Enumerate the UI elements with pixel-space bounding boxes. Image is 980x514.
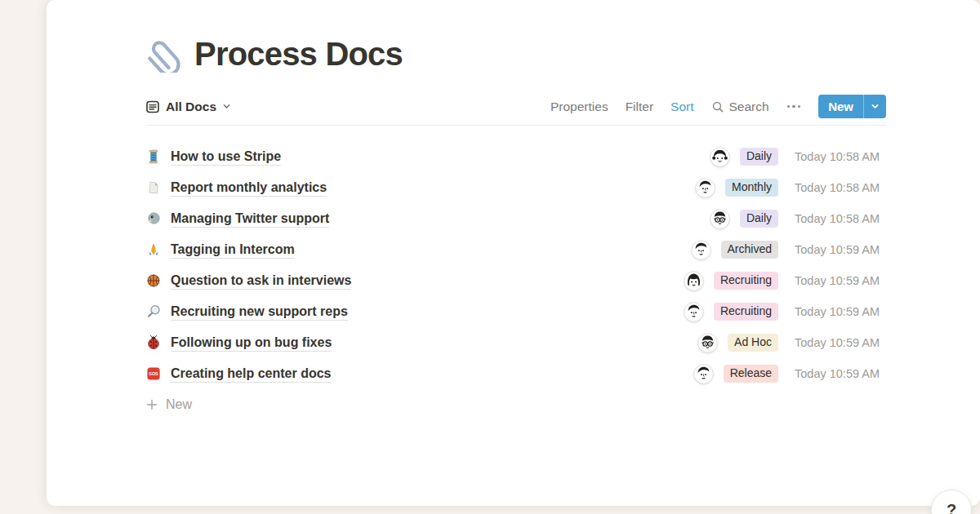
tag-badge[interactable]: Daily xyxy=(740,148,778,166)
docs-list: How to use Stripe Daily Today 10:58 AM xyxy=(145,141,886,420)
table-row[interactable]: How to use Stripe Daily Today 10:58 AM xyxy=(145,141,886,172)
sos-button-icon: SOS xyxy=(145,366,162,382)
bird-icon xyxy=(145,210,162,227)
view-selector[interactable]: All Docs xyxy=(145,100,231,114)
person-tag-cell[interactable]: Release xyxy=(639,364,778,384)
new-button[interactable]: New xyxy=(818,95,886,118)
table-row[interactable]: Tagging in Intercom Archived Today 10:59… xyxy=(145,234,886,265)
view-label: All Docs xyxy=(166,100,216,114)
tag-badge[interactable]: Recruiting xyxy=(714,303,778,321)
edited-time: Today 10:59 AM xyxy=(795,274,886,287)
properties-button[interactable]: Properties xyxy=(550,100,608,114)
sort-button[interactable]: Sort xyxy=(670,100,693,114)
doc-title-link[interactable]: Recruiting new support reps xyxy=(171,304,348,321)
person-tag-cell[interactable]: Monthly xyxy=(639,178,778,198)
page-header: Process Docs xyxy=(145,34,886,73)
new-row-button[interactable]: New xyxy=(145,389,886,420)
table-row[interactable]: Report monthly analytics Monthly Today 1… xyxy=(145,172,886,203)
svg-text:SOS: SOS xyxy=(149,371,158,376)
filter-button[interactable]: Filter xyxy=(626,100,653,114)
folded-hands-icon xyxy=(145,241,162,258)
table-row[interactable]: Question to ask in interviews Recruiting… xyxy=(145,265,886,296)
search-button[interactable]: Search xyxy=(711,100,769,114)
edited-time: Today 10:58 AM xyxy=(795,150,886,163)
edited-time: Today 10:58 AM xyxy=(795,181,886,194)
table-row[interactable]: SOS Creating help center docs Release To… xyxy=(145,358,886,389)
page-card: Process Docs All Docs Proper xyxy=(47,0,980,506)
database-toolbar: All Docs Properties Filter Sort xyxy=(145,95,886,126)
paperclip-icon[interactable] xyxy=(145,35,183,73)
new-row-label: New xyxy=(166,397,192,412)
new-dropdown-chevron-icon[interactable] xyxy=(863,95,886,118)
search-icon xyxy=(711,100,724,113)
person-tag-cell[interactable]: Daily xyxy=(639,209,778,229)
search-label: Search xyxy=(729,100,769,114)
avatar xyxy=(697,333,718,353)
tag-badge[interactable]: Monthly xyxy=(725,179,778,197)
tag-badge[interactable]: Archived xyxy=(721,241,778,259)
doc-title-link[interactable]: Creating help center docs xyxy=(171,366,332,383)
avatar xyxy=(710,147,730,167)
new-button-label[interactable]: New xyxy=(818,95,863,118)
lady-beetle-icon xyxy=(145,335,162,351)
doc-title-link[interactable]: Report monthly analytics xyxy=(171,179,327,197)
help-button-label: ? xyxy=(947,501,956,514)
doc-title-link[interactable]: How to use Stripe xyxy=(171,148,281,166)
avatar xyxy=(695,178,715,198)
edited-time: Today 10:58 AM xyxy=(795,212,886,225)
magnifying-glass-icon xyxy=(145,304,162,320)
table-row[interactable]: Managing Twitter support Daily Today 10:… xyxy=(145,203,886,234)
doc-title-link[interactable]: Managing Twitter support xyxy=(171,210,329,228)
person-tag-cell[interactable]: Archived xyxy=(639,240,778,260)
tag-badge[interactable]: Ad Hoc xyxy=(728,334,778,352)
toolbar-actions: Properties Filter Sort Search New xyxy=(550,95,886,118)
person-tag-cell[interactable]: Daily xyxy=(639,147,778,167)
bookmark-tabs-icon xyxy=(145,179,162,196)
person-tag-cell[interactable]: Recruiting xyxy=(639,271,778,291)
avatar xyxy=(684,302,704,322)
basketball-icon xyxy=(145,273,162,289)
tag-badge[interactable]: Release xyxy=(724,365,778,383)
doc-title-link[interactable]: Tagging in Intercom xyxy=(171,241,295,259)
more-options-icon[interactable] xyxy=(786,105,802,109)
doc-title-link[interactable]: Question to ask in interviews xyxy=(171,273,351,290)
page-title: Process Docs xyxy=(194,34,403,73)
doc-title-link[interactable]: Following up on bug fixes xyxy=(171,335,332,352)
list-view-icon xyxy=(145,100,160,114)
person-tag-cell[interactable]: Ad Hoc xyxy=(639,333,778,353)
edited-time: Today 10:59 AM xyxy=(795,305,886,318)
edited-time: Today 10:59 AM xyxy=(795,367,886,380)
tag-badge[interactable]: Daily xyxy=(740,210,778,228)
tag-badge[interactable]: Recruiting xyxy=(714,272,778,290)
table-row[interactable]: Recruiting new support reps Recruiting T… xyxy=(145,296,886,327)
avatar xyxy=(691,240,711,260)
plus-icon xyxy=(145,398,158,411)
avatar xyxy=(684,271,704,291)
avatar xyxy=(710,209,730,229)
chevron-down-icon xyxy=(222,102,231,111)
avatar xyxy=(693,364,714,384)
thread-spool-icon xyxy=(145,148,162,165)
table-row[interactable]: Following up on bug fixes Ad Hoc Today 1… xyxy=(145,327,886,358)
person-tag-cell[interactable]: Recruiting xyxy=(639,302,778,322)
edited-time: Today 10:59 AM xyxy=(795,336,886,349)
edited-time: Today 10:59 AM xyxy=(795,243,886,256)
